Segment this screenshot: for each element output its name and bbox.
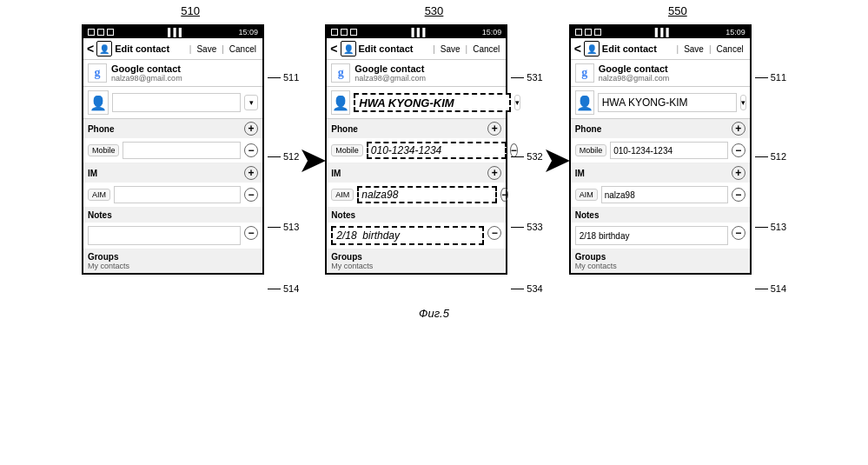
avatar-550: 👤 [575, 90, 594, 115]
chevron-550[interactable]: ▾ [740, 95, 746, 110]
back-button-550[interactable]: < [574, 42, 581, 56]
wc3 [107, 29, 114, 36]
figure-510: 510 ▌▌▌ 15:09 < 👤 Edit contact [82, 4, 299, 294]
im-input-550[interactable] [601, 186, 728, 203]
contact-icon-510: 👤 [96, 41, 112, 56]
annot-514b: 514 [755, 283, 786, 294]
aim-tag-550[interactable]: AIM [575, 189, 598, 201]
im-input-530[interactable] [357, 186, 497, 203]
annot-512: 512 [268, 151, 299, 162]
notes-input-530[interactable] [331, 226, 484, 245]
annot-513b: 513 [755, 222, 786, 232]
phone-550: ▌▌▌ 15:09 < 👤 Edit contact | Save | Canc… [569, 24, 752, 275]
mobile-tag-510[interactable]: Mobile [88, 144, 120, 156]
annots-530: 531 532 533 534 [511, 24, 542, 294]
aim-tag-530[interactable]: AIM [331, 189, 354, 201]
aim-tag-510[interactable]: AIM [88, 189, 110, 201]
label-532: 532 [527, 151, 542, 162]
phone-label-530: Phone [331, 124, 358, 134]
add-im-510[interactable]: + [244, 166, 258, 180]
name-row-530: 👤 ▾ [327, 87, 506, 119]
notes-input-550[interactable] [575, 226, 728, 245]
phone-field-row-550: Mobile − [571, 138, 750, 163]
phone-input-510[interactable] [123, 142, 240, 159]
mobile-tag-550[interactable]: Mobile [575, 144, 607, 156]
add-phone-550[interactable]: + [732, 122, 745, 136]
line-534 [511, 289, 524, 289]
label-512: 512 [283, 151, 299, 162]
figure-530: 530 ▌▌▌ 15:09 < 👤 Edit contact [325, 4, 542, 294]
name-input-550[interactable] [598, 93, 737, 112]
remove-phone-510[interactable]: − [244, 143, 258, 157]
add-phone-530[interactable]: + [487, 122, 501, 136]
sep1-530: | [433, 44, 435, 54]
im-label-530: IM [331, 169, 341, 178]
back-button-530[interactable]: < [330, 42, 337, 56]
sep2-530: | [466, 44, 468, 54]
status-bar-530: ▌▌▌ 15:09 [327, 26, 506, 38]
remove-notes-530[interactable]: − [487, 226, 501, 240]
wc4 [331, 29, 338, 36]
im-section-510: IM + [83, 163, 262, 183]
sep2-510: | [222, 44, 224, 54]
im-field-row-510: AIM − [83, 183, 262, 208]
remove-im-550[interactable]: − [732, 188, 745, 202]
sep1-510: | [189, 44, 192, 54]
chevron-510[interactable]: ▾ [244, 95, 258, 110]
wc7 [575, 29, 582, 36]
label-512b: 512 [771, 151, 786, 162]
google-info-550: Google contact nalza98@gmail.com [599, 63, 670, 83]
line-513 [268, 227, 281, 228]
phone-input-550[interactable] [610, 142, 727, 159]
im-label-550: IM [575, 169, 585, 178]
remove-im-530[interactable]: − [500, 188, 508, 202]
wc2 [97, 29, 104, 36]
save-button-550[interactable]: Save [681, 43, 706, 55]
im-input-510[interactable] [114, 186, 241, 203]
figure-550: 550 ▌▌▌ 15:09 < 👤 Edit contact [569, 4, 786, 294]
phone-section-510: Phone + [83, 119, 262, 138]
remove-phone-550[interactable]: − [732, 143, 745, 157]
signal-icon-510: ▌▌▌ [168, 28, 184, 37]
add-im-530[interactable]: + [487, 166, 501, 180]
label-511: 511 [283, 72, 299, 83]
add-im-550[interactable]: + [732, 166, 745, 180]
figure-caption: Фиг.5 [419, 305, 449, 321]
avatar-510: 👤 [88, 90, 109, 115]
phone-field-row-530: Mobile − [327, 138, 506, 163]
cancel-button-530[interactable]: Cancel [470, 43, 502, 55]
edit-contact-title-550: Edit contact [602, 43, 674, 54]
notes-input-510[interactable] [88, 226, 241, 245]
contact-icon-550: 👤 [584, 41, 600, 56]
annot-532: 532 [511, 151, 542, 162]
save-button-510[interactable]: Save [194, 43, 219, 55]
add-phone-510[interactable]: + [244, 122, 258, 136]
name-input-510[interactable] [112, 93, 241, 112]
groups-val-510: My contacts [88, 262, 258, 270]
name-row-550: 👤 ▾ [571, 87, 750, 119]
annot-533: 533 [511, 222, 542, 232]
mobile-tag-530[interactable]: Mobile [331, 144, 363, 156]
phone-label-550: Phone [575, 124, 602, 134]
label-534: 534 [527, 283, 542, 294]
phone-input-530[interactable] [367, 142, 507, 159]
figure-number-530: 530 [425, 4, 444, 17]
google-row-510: g Google contact nalza98@gmail.com [83, 60, 262, 87]
name-input-530[interactable] [354, 93, 511, 112]
notes-label-530: Notes [331, 210, 355, 220]
line-531 [511, 77, 524, 78]
time-510: 15:09 [238, 28, 258, 37]
save-button-530[interactable]: Save [438, 43, 463, 55]
back-button-510[interactable]: < [87, 42, 94, 56]
cancel-button-510[interactable]: Cancel [227, 43, 259, 55]
remove-notes-510[interactable]: − [244, 226, 258, 240]
gc-title-530: Google contact [354, 63, 426, 74]
groups-row-550: Groups My contacts [571, 249, 750, 273]
cancel-button-550[interactable]: Cancel [714, 43, 746, 55]
caption-text: Фиг.5 [419, 307, 449, 320]
remove-im-510[interactable]: − [244, 188, 258, 202]
label-513: 513 [283, 222, 299, 232]
remove-notes-550[interactable]: − [732, 226, 745, 240]
arrow-1: ➤ [299, 4, 325, 265]
phone-field-row-510: Mobile − [83, 138, 262, 163]
